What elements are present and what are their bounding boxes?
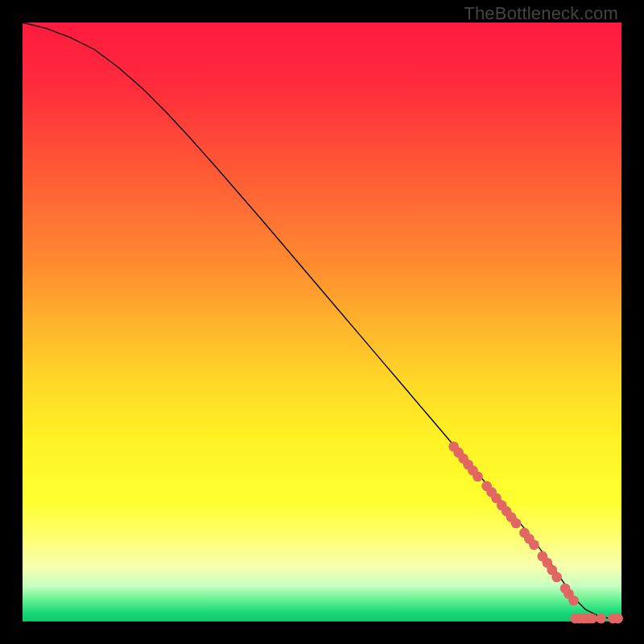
bottleneck-curve [23,23,621,620]
highlight-markers [448,441,623,623]
marker-point [568,596,579,606]
marker-point [613,613,623,624]
marker-point [587,613,597,624]
chart-overlay [23,23,621,621]
marker-point [511,518,522,529]
watermark-text: TheBottleneck.com [464,3,618,24]
marker-point [529,539,539,550]
marker-point [551,572,562,583]
marker-point [473,472,483,482]
marker-point [596,613,606,624]
